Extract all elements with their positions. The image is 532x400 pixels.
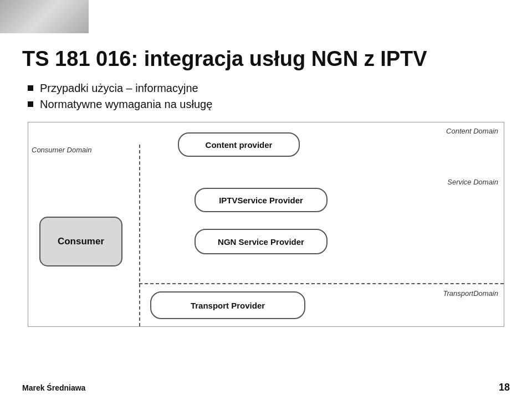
bullet-item-1: Przypadki użycia – informacyjne xyxy=(28,82,510,95)
footer-author: Marek Średniawa xyxy=(22,383,85,392)
bullet-icon-2 xyxy=(28,101,33,107)
service-domain-label: Service Domain xyxy=(447,178,498,186)
consumer-boundary-line xyxy=(139,145,140,326)
footer-page: 18 xyxy=(499,382,510,393)
transport-provider-box: Transport Provider xyxy=(150,291,305,319)
consumer-domain-label: Consumer Domain xyxy=(32,146,91,154)
footer: Marek Średniawa 18 xyxy=(22,382,510,393)
architecture-diagram: Content Domain Consumer Domain Service D… xyxy=(28,122,504,327)
transport-boundary-line xyxy=(139,283,504,284)
bullet-text-2: Normatywne wymagania na usługę xyxy=(40,98,212,111)
bullet-list: Przypadki użycia – informacyjne Normatyw… xyxy=(28,82,510,111)
bullet-icon-1 xyxy=(28,85,33,91)
bullet-item-2: Normatywne wymagania na usługę xyxy=(28,98,510,111)
transport-domain-label: TransportDomain xyxy=(443,289,498,298)
ngn-service-provider-box: NGN Service Provider xyxy=(195,229,328,254)
slide-title: TS 181 016: integracja usług NGN z IPTV xyxy=(22,47,510,71)
slide: TS 181 016: integracja usług NGN z IPTV … xyxy=(0,0,532,400)
bullet-text-1: Przypadki użycia – informacyjne xyxy=(40,82,198,95)
content-domain-label: Content Domain xyxy=(446,127,498,135)
iptv-service-provider-box: IPTVService Provider xyxy=(195,188,328,212)
content-provider-box: Content provider xyxy=(178,132,300,157)
consumer-box: Consumer xyxy=(39,217,122,266)
top-image xyxy=(0,0,89,33)
